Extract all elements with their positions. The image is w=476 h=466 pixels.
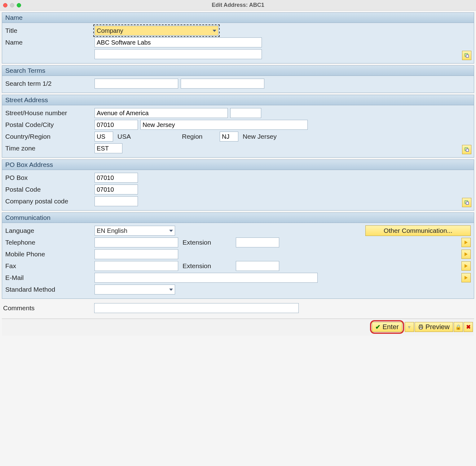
fax-label: Fax (5, 261, 92, 271)
preview-button[interactable]: Preview (415, 322, 453, 332)
fax-ext-input[interactable] (236, 261, 279, 271)
email-more-button[interactable] (461, 273, 471, 282)
window-title: Edit Address: ABC1 (0, 2, 476, 8)
preview-label: Preview (425, 323, 450, 331)
search-term-label: Search term 1/2 (5, 79, 92, 89)
postal-city-label: Postal Code/City (5, 120, 92, 130)
language-label: Language (5, 226, 92, 236)
expand-icon (464, 200, 469, 205)
mobile-input[interactable] (95, 249, 178, 259)
funnel-icon: ▿ (408, 324, 410, 329)
group-name: Name Title Company Name (2, 12, 474, 63)
titlebar: Edit Address: ABC1 (0, 0, 476, 11)
pobox-label: PO Box (5, 173, 92, 183)
group-communication-header: Communication (2, 213, 474, 223)
telephone-more-button[interactable] (461, 238, 471, 247)
chevron-down-icon (169, 230, 173, 232)
other-communication-button[interactable]: Other Communication... (365, 225, 471, 236)
arrow-right-icon (465, 241, 468, 244)
arrow-right-icon (465, 264, 468, 268)
telephone-label: Telephone (5, 237, 92, 247)
expand-icon (464, 147, 469, 152)
company-postal-label: Company postal code (5, 196, 92, 206)
group-street: Street Address Street/House number Posta… (2, 95, 474, 158)
mobile-more-button[interactable] (461, 250, 471, 259)
search-term2-input[interactable] (181, 79, 264, 89)
fax-input[interactable] (95, 261, 178, 271)
group-name-header: Name (2, 13, 474, 23)
expand-icon (464, 53, 469, 58)
language-select[interactable]: EN English (95, 226, 175, 236)
group-search-header: Search Terms (2, 66, 474, 76)
title-value: Company (97, 27, 123, 34)
arrow-right-icon (465, 276, 468, 280)
enter-button[interactable]: ✔ Enter (372, 322, 402, 332)
svg-rect-1 (466, 55, 469, 57)
comments-label: Comments (3, 303, 92, 313)
search-term1-input[interactable] (95, 79, 178, 89)
dropdown-button[interactable]: ▿ (405, 322, 414, 332)
telephone-ext-label: Extension (181, 239, 233, 246)
street-input[interactable] (95, 108, 228, 118)
timezone-input[interactable] (95, 143, 122, 153)
fax-ext-label: Extension (181, 262, 233, 270)
telephone-input[interactable] (95, 237, 178, 247)
svg-rect-7 (420, 325, 422, 326)
timezone-label: Time zone (5, 143, 92, 153)
lock-button[interactable]: 🔒 (454, 322, 463, 332)
postal-code-input[interactable] (95, 120, 138, 130)
expand-street-button[interactable] (462, 145, 471, 154)
standard-method-label: Standard Method (5, 285, 92, 294)
name-input[interactable] (95, 37, 262, 47)
comments-row: Comments (2, 303, 474, 313)
fax-more-button[interactable] (461, 261, 471, 271)
chevron-down-icon (213, 30, 216, 32)
region-name-text: New Jersey (241, 133, 279, 140)
po-postal-label: Postal Code (5, 185, 92, 194)
mobile-label: Mobile Phone (5, 249, 92, 259)
group-pobox: PO Box Address PO Box Postal Code Compan… (2, 159, 474, 211)
telephone-ext-input[interactable] (236, 237, 279, 247)
title-select[interactable]: Company (95, 26, 218, 36)
group-communication: Communication Language EN English Other … (2, 212, 474, 299)
cancel-button[interactable]: ✖ (464, 322, 473, 332)
arrow-right-icon (465, 252, 468, 256)
group-pobox-header: PO Box Address (2, 160, 474, 170)
svg-rect-5 (466, 202, 469, 204)
country-code-input[interactable] (95, 132, 113, 142)
svg-rect-3 (466, 149, 469, 151)
street-label: Street/House number (5, 108, 92, 118)
standard-method-select[interactable] (95, 285, 175, 294)
group-street-header: Street Address (2, 95, 474, 105)
enter-highlight: ✔ Enter (370, 320, 404, 334)
lock-icon: 🔒 (455, 324, 461, 330)
printer-icon (418, 324, 424, 330)
language-value: EN English (97, 227, 127, 234)
chevron-down-icon (169, 289, 173, 291)
house-input[interactable] (230, 108, 261, 118)
group-search: Search Terms Search term 1/2 (2, 65, 474, 93)
title-label: Title (5, 26, 92, 36)
country-name-text: USA (116, 133, 178, 140)
enter-label: Enter (382, 323, 399, 331)
x-icon: ✖ (466, 324, 471, 330)
comments-input[interactable] (94, 303, 299, 313)
po-postal-input[interactable] (95, 185, 138, 194)
email-label: E-Mail (5, 273, 92, 283)
email-input[interactable] (95, 273, 318, 283)
check-icon: ✔ (375, 323, 381, 331)
region-label: Region (180, 133, 217, 140)
expand-name-button[interactable] (462, 51, 471, 60)
footer-toolbar: ✔ Enter ▿ Preview 🔒 ✖ (2, 319, 474, 336)
country-region-label: Country/Region (5, 132, 92, 142)
city-input[interactable] (140, 120, 308, 130)
company-postal-input[interactable] (95, 196, 138, 206)
region-code-input[interactable] (220, 132, 238, 142)
pobox-input[interactable] (95, 173, 138, 183)
name-label: Name (5, 37, 92, 47)
expand-pobox-button[interactable] (462, 198, 471, 207)
other-communication-label: Other Communication... (384, 227, 452, 234)
svg-rect-8 (420, 328, 422, 329)
name2-input[interactable] (95, 49, 262, 59)
